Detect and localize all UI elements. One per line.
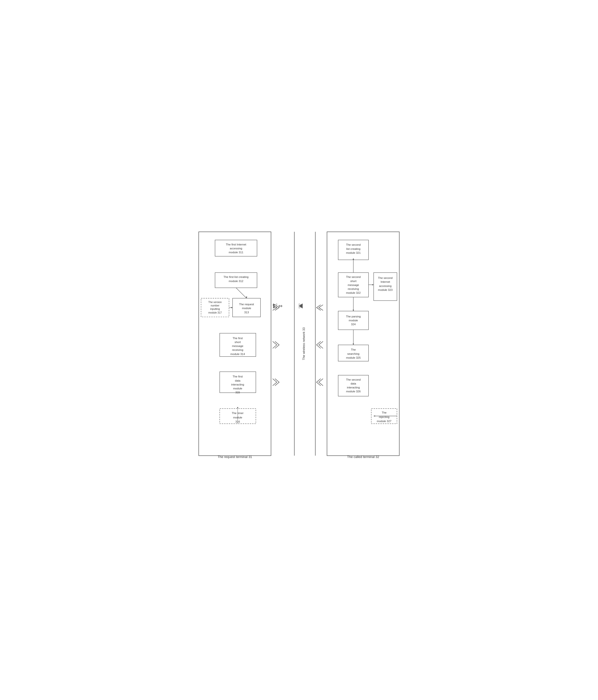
svg-text:324: 324: [351, 323, 356, 326]
svg-text:data: data: [351, 382, 356, 385]
svg-text:message: message: [232, 345, 243, 347]
svg-text:The first: The first: [233, 375, 243, 378]
svg-text:interacting: interacting: [347, 386, 360, 389]
svg-text:The: The: [351, 348, 356, 351]
svg-text:Internet: Internet: [381, 280, 390, 283]
called-terminal-label: The called terminal 32: [347, 455, 379, 459]
svg-text:module 321: module 321: [346, 251, 361, 254]
svg-text:module 326: module 326: [346, 390, 361, 393]
svg-text:The second: The second: [346, 378, 361, 381]
svg-text:searching: searching: [347, 352, 360, 355]
svg-text:module: module: [242, 307, 251, 309]
svg-text:data: data: [235, 379, 241, 382]
svg-text:accessing: accessing: [230, 247, 242, 250]
svg-marker-85: [353, 309, 354, 311]
svg-text:message: message: [348, 283, 359, 286]
architecture-diagram: The wireless network 33 The first Intern…: [194, 227, 404, 472]
request-terminal-label: The request terminal 31: [218, 455, 252, 459]
svg-text:The first: The first: [233, 336, 243, 340]
svg-text:The first list creating: The first list creating: [223, 275, 248, 278]
svg-text:The version: The version: [209, 300, 222, 303]
svg-text:module 322: module 322: [346, 291, 361, 294]
svg-text:313: 313: [244, 310, 249, 314]
diagram-container: The wireless network 33 The first Intern…: [189, 217, 409, 483]
svg-text:The second: The second: [346, 275, 361, 278]
svg-text:receiving: receiving: [232, 348, 243, 351]
svg-text:module 314: module 314: [231, 352, 245, 355]
svg-text:receiving: receiving: [348, 288, 359, 290]
svg-text:module 323: module 323: [378, 289, 393, 291]
svg-text:module: module: [233, 387, 242, 390]
svg-text:The wireless network 33: The wireless network 33: [302, 327, 306, 360]
svg-marker-72: [231, 307, 233, 308]
svg-text:315: 315: [235, 391, 240, 394]
svg-text:module: module: [349, 319, 358, 322]
svg-text:short: short: [235, 341, 241, 344]
svg-marker-74: [237, 407, 238, 409]
svg-text:module 327: module 327: [377, 420, 391, 423]
svg-text:list creating: list creating: [346, 247, 360, 250]
svg-text:short: short: [350, 279, 357, 282]
svg-text:module 317: module 317: [209, 311, 222, 314]
svg-text:The parsing: The parsing: [346, 315, 360, 318]
svg-text:inputting: inputting: [210, 307, 220, 310]
svg-text:module 312: module 312: [229, 279, 243, 282]
svg-marker-83: [372, 284, 374, 285]
svg-text:The second: The second: [346, 243, 361, 246]
svg-text:The request: The request: [239, 303, 254, 306]
svg-text:The second: The second: [378, 276, 393, 279]
svg-text:module 325: module 325: [346, 356, 361, 359]
svg-text:The: The: [382, 411, 387, 414]
svg-line-69: [236, 288, 246, 298]
svg-text:module 311: module 311: [229, 251, 243, 254]
svg-text:accessing: accessing: [379, 284, 391, 287]
svg-text:interacting: interacting: [231, 383, 244, 386]
svg-marker-87: [353, 344, 354, 345]
svg-text:The first Internet: The first Internet: [226, 243, 246, 246]
svg-text:number: number: [211, 304, 219, 307]
